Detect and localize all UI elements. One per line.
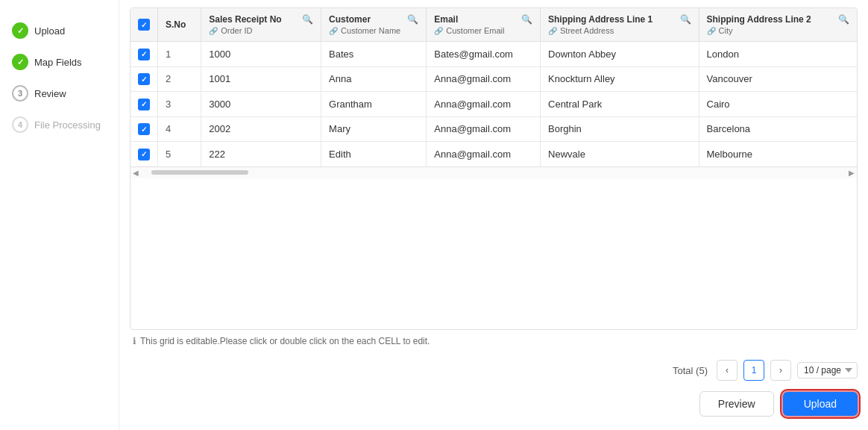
row-email-1[interactable]: Anna@gmail.com <box>427 66 541 92</box>
action-row: Preview Upload <box>130 385 858 420</box>
row-sno-2[interactable]: 3 <box>158 92 201 117</box>
scroll-left-arrow[interactable]: ◀ <box>130 169 141 177</box>
row-email-2[interactable]: Anna@gmail.com <box>427 92 541 117</box>
row-receipt-2[interactable]: 3000 <box>201 92 321 117</box>
link-icon-receipt: 🔗 <box>209 27 218 35</box>
row-address2-1[interactable]: Vancouver <box>699 66 857 92</box>
col-header-email: Email 🔍 🔗 Customer Email <box>427 8 541 42</box>
col-header-customer: Customer 🔍 🔗 Customer Name <box>321 8 427 42</box>
link-icon-address2: 🔗 <box>707 27 716 35</box>
row-checkbox-cell <box>130 92 158 117</box>
row-receipt-0[interactable]: 1000 <box>201 42 321 67</box>
sidebar: ✓ Upload ✓ Map Fields 3 Review 4 File Pr… <box>0 0 119 430</box>
page-size-select[interactable]: 10 / page 20 / page 50 / page <box>797 362 858 378</box>
row-address2-2[interactable]: Cairo <box>699 92 857 117</box>
link-icon-address1: 🔗 <box>548 27 557 35</box>
link-icon-email: 🔗 <box>434 27 443 35</box>
total-label: Total (5) <box>673 365 708 376</box>
main-content: S.No Sales Receipt No 🔍 🔗 Order ID <box>119 0 868 430</box>
row-email-4[interactable]: Anna@gmail.com <box>427 142 541 166</box>
row-customer-1[interactable]: Anna <box>321 66 427 92</box>
row-checkbox-0[interactable] <box>138 49 150 60</box>
table-row: 3 3000 Grantham Anna@gmail.com Central P… <box>130 92 857 117</box>
sidebar-item-review[interactable]: 3 Review <box>7 78 111 109</box>
row-email-0[interactable]: Bates@gmail.com <box>427 42 541 67</box>
search-icon-address1[interactable]: 🔍 <box>680 14 691 25</box>
row-customer-3[interactable]: Mary <box>321 116 427 142</box>
row-checkbox-cell <box>130 116 158 142</box>
row-address1-0[interactable]: Downton Abbey <box>541 42 699 67</box>
row-email-3[interactable]: Anna@gmail.com <box>427 116 541 142</box>
data-table-wrapper[interactable]: S.No Sales Receipt No 🔍 🔗 Order ID <box>130 7 858 330</box>
table-row: 1 1000 Bates Bates@gmail.com Downton Abb… <box>130 42 857 67</box>
data-table: S.No Sales Receipt No 🔍 🔗 Order ID <box>130 8 857 166</box>
row-checkbox-cell <box>130 66 158 92</box>
row-sno-4[interactable]: 5 <box>158 142 201 166</box>
row-customer-0[interactable]: Bates <box>321 42 427 67</box>
table-row: 4 2002 Mary Anna@gmail.com Borghin Barce… <box>130 116 857 142</box>
step-icon-file-processing: 4 <box>12 116 28 133</box>
row-address1-2[interactable]: Central Park <box>541 92 699 117</box>
step-icon-upload: ✓ <box>12 22 28 39</box>
scrollbar-thumb[interactable] <box>151 170 248 175</box>
step-label-file-processing: File Processing <box>34 119 101 131</box>
pagination-row: Total (5) ‹ 1 › 10 / page 20 / page 50 /… <box>130 352 858 385</box>
upload-button[interactable]: Upload <box>783 392 858 416</box>
row-checkbox-cell <box>130 42 158 67</box>
col-header-sales-receipt: Sales Receipt No 🔍 🔗 Order ID <box>201 8 321 42</box>
col-header-checkbox <box>130 8 158 42</box>
row-address2-3[interactable]: Barcelona <box>699 116 857 142</box>
link-icon-customer: 🔗 <box>329 27 338 35</box>
row-sno-1[interactable]: 2 <box>158 66 201 92</box>
row-receipt-3[interactable]: 2002 <box>201 116 321 142</box>
row-checkbox-1[interactable] <box>138 73 150 85</box>
row-checkbox-3[interactable] <box>138 123 150 135</box>
row-address1-1[interactable]: Knockturn Alley <box>541 66 699 92</box>
preview-button[interactable]: Preview <box>699 391 774 417</box>
row-address1-3[interactable]: Borghin <box>541 116 699 142</box>
table-row: 2 1001 Anna Anna@gmail.com Knockturn All… <box>130 66 857 92</box>
next-page-button[interactable]: › <box>770 360 791 381</box>
col-header-address2: Shipping Address Line 2 🔍 🔗 City <box>699 8 857 42</box>
row-receipt-4[interactable]: 222 <box>201 142 321 166</box>
info-icon: ℹ <box>133 336 136 346</box>
row-checkbox-4[interactable] <box>138 149 150 161</box>
search-icon-receipt[interactable]: 🔍 <box>302 14 313 25</box>
scroll-right-arrow[interactable]: ▶ <box>846 169 857 177</box>
row-checkbox-2[interactable] <box>138 99 150 110</box>
row-checkbox-cell <box>130 142 158 166</box>
row-address2-0[interactable]: London <box>699 42 857 67</box>
sidebar-item-file-processing[interactable]: 4 File Processing <box>7 109 111 140</box>
sidebar-item-upload[interactable]: ✓ Upload <box>7 15 111 46</box>
row-customer-2[interactable]: Grantham <box>321 92 427 117</box>
row-sno-0[interactable]: 1 <box>158 42 201 67</box>
col-header-sno: S.No <box>158 8 201 42</box>
step-label-review: Review <box>34 88 66 99</box>
table-row: 5 222 Edith Anna@gmail.com Newvale Melbo… <box>130 142 857 166</box>
row-customer-4[interactable]: Edith <box>321 142 427 166</box>
grid-info: ℹ This grid is editable.Please click or … <box>130 330 858 352</box>
current-page-button[interactable]: 1 <box>743 360 764 381</box>
row-receipt-1[interactable]: 1001 <box>201 66 321 92</box>
sidebar-item-map-fields[interactable]: ✓ Map Fields <box>7 46 111 78</box>
search-icon-customer[interactable]: 🔍 <box>407 14 418 25</box>
select-all-checkbox[interactable] <box>138 19 150 31</box>
search-icon-email[interactable]: 🔍 <box>521 14 532 25</box>
step-label-map-fields: Map Fields <box>34 57 82 68</box>
search-icon-address2[interactable]: 🔍 <box>838 14 849 25</box>
step-icon-map-fields: ✓ <box>12 54 28 70</box>
row-address2-4[interactable]: Melbourne <box>699 142 857 166</box>
row-address1-4[interactable]: Newvale <box>541 142 699 166</box>
prev-page-button[interactable]: ‹ <box>717 360 738 381</box>
col-header-address1: Shipping Address Line 1 🔍 🔗 Street Addre… <box>541 8 699 42</box>
step-icon-review: 3 <box>12 85 28 102</box>
step-label-upload: Upload <box>34 25 65 37</box>
row-sno-3[interactable]: 4 <box>158 116 201 142</box>
